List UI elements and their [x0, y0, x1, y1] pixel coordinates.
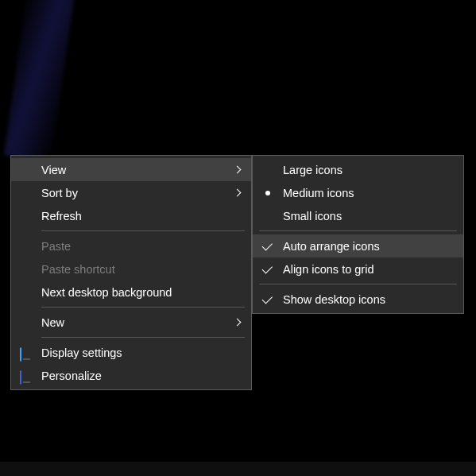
desktop-wallpaper-streak	[4, 0, 75, 161]
menu-item-label: Medium icons	[283, 187, 457, 199]
menu-item-display-settings[interactable]: Display settings	[11, 341, 251, 364]
menu-item-label: Show desktop icons	[283, 293, 457, 306]
menu-item-label: Large icons	[283, 164, 457, 176]
view-submenu: Large icons Medium icons Small icons Aut…	[252, 155, 464, 314]
menu-separator	[259, 230, 457, 231]
menu-item-label: Personalize	[41, 370, 230, 382]
menu-item-label: Align icons to grid	[283, 263, 457, 276]
submenu-chevron-icon	[230, 190, 245, 195]
submenu-chevron-icon	[230, 319, 245, 325]
submenu-item-large-icons[interactable]: Large icons	[253, 158, 463, 181]
checkmark-icon	[253, 266, 283, 272]
menu-item-next-desktop-background[interactable]: Next desktop background	[11, 281, 251, 304]
menu-item-sort-by[interactable]: Sort by	[11, 181, 251, 204]
menu-item-view[interactable]: View	[11, 158, 251, 181]
checkmark-icon	[253, 296, 283, 302]
menu-item-label: Sort by	[41, 187, 230, 199]
taskbar[interactable]	[0, 462, 476, 476]
menu-separator	[259, 284, 457, 284]
menu-item-label: Auto arrange icons	[283, 240, 457, 253]
menu-item-label: Paste	[41, 240, 230, 253]
menu-item-paste: Paste	[11, 234, 251, 257]
menu-item-label: Display settings	[41, 346, 230, 359]
submenu-item-small-icons[interactable]: Small icons	[253, 204, 463, 227]
personalize-icon	[11, 371, 41, 381]
menu-item-new[interactable]: New	[11, 311, 251, 334]
menu-item-paste-shortcut: Paste shortcut	[11, 257, 251, 281]
menu-item-label: Small icons	[283, 210, 457, 223]
submenu-chevron-icon	[230, 167, 245, 172]
menu-item-refresh[interactable]: Refresh	[11, 204, 251, 227]
checkmark-icon	[253, 243, 283, 249]
menu-item-label: Next desktop background	[41, 286, 230, 299]
display-settings-icon	[11, 348, 41, 358]
menu-item-label: Paste shortcut	[41, 263, 230, 276]
submenu-item-align-icons-to-grid[interactable]: Align icons to grid	[253, 257, 463, 281]
menu-item-label: New	[41, 316, 230, 329]
menu-separator	[41, 307, 245, 308]
menu-item-label: View	[41, 164, 230, 176]
menu-separator	[41, 230, 245, 231]
menu-separator	[41, 337, 245, 338]
submenu-item-show-desktop-icons[interactable]: Show desktop icons	[253, 288, 463, 311]
submenu-item-medium-icons[interactable]: Medium icons	[253, 181, 463, 204]
submenu-item-auto-arrange-icons[interactable]: Auto arrange icons	[253, 234, 463, 257]
menu-item-personalize[interactable]: Personalize	[11, 364, 251, 387]
radio-selected-icon	[253, 191, 283, 195]
desktop-context-menu: View Sort by Refresh Paste Paste shortcu…	[10, 155, 252, 390]
menu-item-label: Refresh	[41, 210, 230, 223]
